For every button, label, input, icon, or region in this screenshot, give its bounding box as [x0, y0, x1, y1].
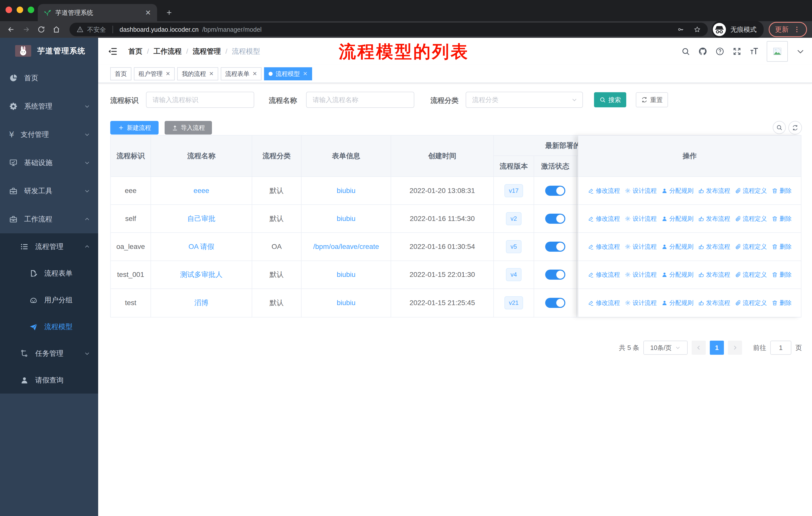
design-link[interactable]: 设计流程 [625, 271, 657, 279]
sidebar-item-user-group[interactable]: 用户分组 [0, 287, 98, 314]
create-process-button[interactable]: 新建流程 [110, 121, 158, 135]
delete-link[interactable]: 删除 [772, 187, 792, 195]
reload-button[interactable] [35, 23, 47, 35]
page-size-select[interactable]: 10条/页 [643, 341, 688, 355]
process-name-link[interactable]: 滔博 [194, 298, 208, 308]
sidebar-item-process-model[interactable]: 流程模型 [0, 314, 98, 340]
tab-流程表单[interactable]: 流程表单✕ [221, 67, 262, 80]
breadcrumb-item[interactable]: 流程管理 [193, 47, 221, 56]
tab-close-icon[interactable]: ✕ [145, 8, 151, 17]
active-toggle[interactable] [545, 186, 565, 196]
next-page-button[interactable] [728, 341, 742, 355]
minimize-window-button[interactable] [17, 6, 23, 13]
assign-link[interactable]: 分配规则 [661, 187, 693, 195]
close-icon[interactable]: ✕ [166, 71, 170, 77]
tab-租户管理[interactable]: 租户管理✕ [134, 67, 175, 80]
process-name-link[interactable]: 测试多审批人 [180, 270, 223, 279]
design-link[interactable]: 设计流程 [625, 299, 657, 307]
delete-link[interactable]: 删除 [772, 215, 792, 223]
active-toggle[interactable] [545, 242, 565, 252]
tab-我的流程[interactable]: 我的流程✕ [177, 67, 218, 80]
search-icon[interactable] [681, 47, 690, 56]
sidebar-item-task-management[interactable]: 任务管理 [0, 340, 98, 367]
sidebar-collapse-button[interactable] [108, 46, 118, 56]
design-link[interactable]: 设计流程 [625, 243, 657, 251]
sidebar-item-process-form[interactable]: 流程表单 [0, 260, 98, 287]
menu-dots-icon[interactable] [793, 26, 801, 33]
edit-link[interactable]: 修改流程 [588, 299, 620, 307]
current-page-button[interactable]: 1 [710, 341, 724, 355]
definition-link[interactable]: 流程定义 [735, 215, 767, 223]
sidebar-item-devtools[interactable]: 研发工具 [0, 177, 98, 205]
close-icon[interactable]: ✕ [253, 71, 257, 77]
publish-link[interactable]: 发布流程 [698, 271, 730, 279]
process-name-link[interactable]: eeee [194, 187, 209, 195]
process-name-link[interactable]: OA 请假 [188, 242, 214, 251]
fullscreen-icon[interactable] [732, 47, 742, 56]
close-window-button[interactable] [5, 6, 12, 13]
sidebar-item-leave-query[interactable]: 请假查询 [0, 367, 98, 393]
breadcrumb-item[interactable]: 工作流程 [153, 47, 182, 56]
search-button[interactable]: 搜索 [594, 92, 626, 107]
tab-流程模型[interactable]: 流程模型✕ [264, 67, 312, 80]
edit-link[interactable]: 修改流程 [588, 215, 620, 223]
filter-name-input[interactable] [306, 92, 414, 108]
sidebar-item-infrastructure[interactable]: 基础设施 [0, 148, 98, 177]
edit-link[interactable]: 修改流程 [588, 187, 620, 195]
maximize-window-button[interactable] [28, 6, 34, 13]
forward-button[interactable] [20, 23, 32, 35]
publish-link[interactable]: 发布流程 [698, 187, 730, 195]
filter-category-select[interactable]: 流程分类 [466, 92, 583, 108]
assign-link[interactable]: 分配规则 [661, 299, 693, 307]
design-link[interactable]: 设计流程 [625, 215, 657, 223]
form-info-link[interactable]: biubiu [337, 187, 356, 195]
definition-link[interactable]: 流程定义 [735, 243, 767, 251]
assign-link[interactable]: 分配规则 [661, 271, 693, 279]
new-tab-button[interactable] [163, 6, 175, 19]
browser-tab[interactable]: 芋道管理系统 ✕ [38, 4, 157, 21]
sidebar-item-home[interactable]: 首页 [0, 64, 98, 92]
chevron-down-icon[interactable] [796, 47, 805, 56]
close-icon[interactable]: ✕ [209, 71, 213, 77]
definition-link[interactable]: 流程定义 [735, 187, 767, 195]
sidebar-item-process-management[interactable]: 流程管理 [0, 233, 98, 260]
delete-link[interactable]: 删除 [772, 299, 792, 307]
sidebar-item-payment[interactable]: ¥支付管理 [0, 120, 98, 148]
help-icon[interactable] [715, 47, 724, 56]
active-toggle[interactable] [545, 298, 565, 308]
import-process-button[interactable]: 导入流程 [165, 121, 212, 135]
font-size-icon[interactable] [750, 47, 759, 56]
process-name-link[interactable]: 自己审批 [187, 214, 215, 223]
definition-link[interactable]: 流程定义 [735, 271, 767, 279]
publish-link[interactable]: 发布流程 [698, 243, 730, 251]
sidebar-item-system[interactable]: 系统管理 [0, 92, 98, 120]
delete-link[interactable]: 删除 [772, 243, 792, 251]
form-info-link[interactable]: /bpm/oa/leave/create [313, 243, 379, 251]
tab-首页[interactable]: 首页 [110, 67, 132, 80]
edit-link[interactable]: 修改流程 [588, 243, 620, 251]
prev-page-button[interactable] [692, 341, 706, 355]
avatar[interactable] [767, 41, 788, 62]
close-icon[interactable]: ✕ [303, 71, 307, 77]
address-bar[interactable]: 不安全 dashboard.yudao.iocoder.cn/bpm/manag… [69, 23, 708, 36]
goto-page-input[interactable] [770, 341, 791, 355]
browser-update-button[interactable]: 更新 [769, 22, 807, 37]
assign-link[interactable]: 分配规则 [661, 215, 693, 223]
definition-link[interactable]: 流程定义 [735, 299, 767, 307]
toggle-search-button[interactable] [773, 121, 786, 134]
password-key-icon[interactable] [677, 26, 684, 33]
form-info-link[interactable]: biubiu [337, 299, 356, 307]
delete-link[interactable]: 删除 [772, 271, 792, 279]
reset-button[interactable]: 重置 [636, 92, 668, 107]
sidebar-item-workflow[interactable]: 工作流程 [0, 205, 98, 233]
design-link[interactable]: 设计流程 [625, 187, 657, 195]
filter-key-input[interactable] [146, 92, 254, 108]
publish-link[interactable]: 发布流程 [698, 215, 730, 223]
home-button[interactable] [50, 23, 62, 35]
bookmark-star-icon[interactable] [694, 26, 701, 33]
form-info-link[interactable]: biubiu [337, 215, 356, 223]
edit-link[interactable]: 修改流程 [588, 271, 620, 279]
active-toggle[interactable] [545, 270, 565, 280]
assign-link[interactable]: 分配规则 [661, 243, 693, 251]
publish-link[interactable]: 发布流程 [698, 299, 730, 307]
